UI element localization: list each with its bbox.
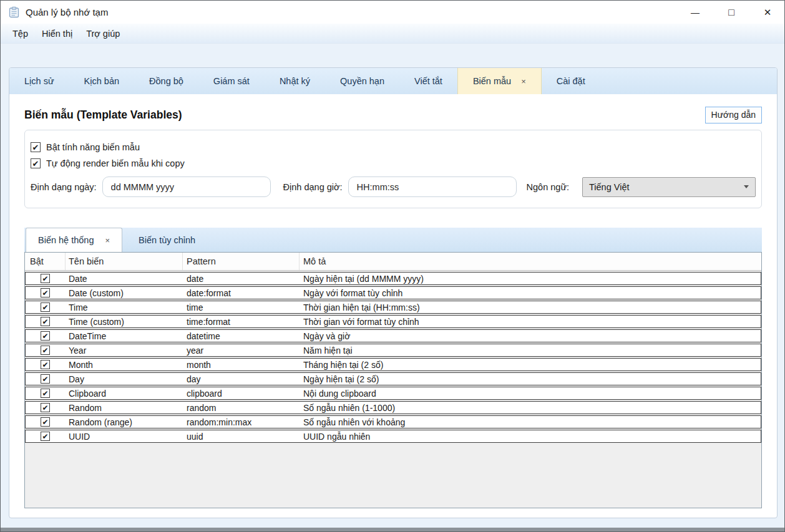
tab-bien-mau-label: Biến mẫu bbox=[473, 76, 511, 86]
variable-name: UUID bbox=[66, 432, 183, 442]
language-label: Ngôn ngữ: bbox=[527, 182, 570, 192]
table-row[interactable]: ✔ Time time Thời gian hiện tại (HH:mm:ss… bbox=[25, 301, 761, 314]
tab-cai-dat[interactable]: Cài đặt bbox=[542, 68, 600, 94]
table-header: Bật Tên biến Pattern Mô tả bbox=[25, 253, 761, 271]
menu-view[interactable]: Hiển thị bbox=[35, 24, 79, 44]
page-title: Biến mẫu (Template Variables) bbox=[24, 109, 182, 122]
table-row[interactable]: ✔ Month month Tháng hiện tại (2 số) bbox=[25, 358, 761, 371]
table-row[interactable]: ✔ Time (custom) time:format Thời gian vớ… bbox=[25, 315, 761, 328]
variable-pattern: day bbox=[183, 374, 300, 384]
tab-close-icon[interactable]: × bbox=[521, 77, 526, 86]
variable-name: Month bbox=[66, 360, 183, 370]
row-enabled-checkbox[interactable]: ✔ bbox=[41, 389, 50, 398]
row-enabled-cell: ✔ bbox=[26, 274, 66, 283]
table-row[interactable]: ✔ Day day Ngày hiện tại (2 số) bbox=[25, 372, 761, 385]
main-tab-strip: Lịch sử Kịch bản Đồng bộ Giám sát Nhật k… bbox=[9, 68, 777, 94]
row-enabled-cell: ✔ bbox=[26, 403, 66, 412]
row-enabled-cell: ✔ bbox=[26, 417, 66, 427]
column-header-description[interactable]: Mô tả bbox=[299, 253, 761, 270]
row-enabled-checkbox[interactable]: ✔ bbox=[41, 317, 50, 326]
variable-pattern: time bbox=[183, 302, 300, 312]
close-button[interactable]: ✕ bbox=[752, 1, 783, 24]
table-row[interactable]: ✔ Date date Ngày hiện tại (dd MMMM yyyy) bbox=[25, 272, 761, 285]
subtab-bien-he-thong-label: Biến hệ thống bbox=[38, 235, 94, 245]
row-enabled-checkbox[interactable]: ✔ bbox=[41, 346, 50, 355]
subtab-bien-tuy-chinh[interactable]: Biến tùy chỉnh bbox=[122, 228, 212, 252]
enable-feature-label: Bật tính năng biến mẫu bbox=[46, 142, 140, 152]
table-row[interactable]: ✔ Clipboard clipboard Nội dung clipboard bbox=[25, 387, 761, 400]
row-enabled-cell: ✔ bbox=[26, 331, 66, 341]
main-panel: Lịch sử Kịch bản Đồng bộ Giám sát Nhật k… bbox=[9, 67, 778, 518]
language-select[interactable]: Tiếng Việt bbox=[582, 177, 756, 197]
menu-bar: Tệp Hiển thị Trợ giúp bbox=[1, 24, 784, 44]
enable-feature-checkbox[interactable]: ✔ bbox=[31, 142, 41, 152]
clipboard-app-icon bbox=[8, 6, 20, 18]
variable-name: Year bbox=[66, 346, 183, 355]
variable-description: Số ngẫu nhiên với khoảng bbox=[300, 417, 761, 427]
window-body: Lịch sử Kịch bản Đồng bộ Giám sát Nhật k… bbox=[1, 44, 784, 528]
variable-name: DateTime bbox=[66, 331, 183, 341]
row-enabled-checkbox[interactable]: ✔ bbox=[41, 360, 50, 369]
column-header-name[interactable]: Tên biến bbox=[65, 253, 182, 270]
row-enabled-checkbox[interactable]: ✔ bbox=[41, 432, 50, 441]
subtab-close-icon[interactable]: × bbox=[105, 236, 110, 245]
tab-nhat-ky[interactable]: Nhật ký bbox=[265, 68, 325, 94]
maximize-button[interactable]: □ bbox=[716, 1, 747, 24]
row-enabled-cell: ✔ bbox=[26, 317, 66, 326]
menu-file[interactable]: Tệp bbox=[6, 24, 35, 44]
column-header-pattern[interactable]: Pattern bbox=[182, 253, 299, 270]
tab-kich-ban[interactable]: Kịch bản bbox=[69, 68, 134, 94]
variable-pattern: time:format bbox=[183, 317, 300, 327]
variable-description: Tháng hiện tại (2 số) bbox=[300, 360, 761, 370]
variable-name: Time bbox=[66, 302, 183, 312]
tab-quyen-han[interactable]: Quyền hạn bbox=[325, 68, 399, 94]
row-enabled-checkbox[interactable]: ✔ bbox=[41, 302, 50, 312]
tab-giam-sat[interactable]: Giám sát bbox=[198, 68, 265, 94]
variable-description: Năm hiện tại bbox=[300, 346, 761, 355]
tab-lich-su[interactable]: Lịch sử bbox=[9, 68, 69, 94]
variable-name: Date (custom) bbox=[66, 288, 183, 298]
table-row[interactable]: ✔ Year year Năm hiện tại bbox=[25, 344, 761, 357]
row-enabled-cell: ✔ bbox=[26, 374, 66, 384]
row-enabled-checkbox[interactable]: ✔ bbox=[41, 331, 50, 341]
variable-pattern: clipboard bbox=[183, 389, 300, 399]
row-enabled-cell: ✔ bbox=[26, 302, 66, 312]
variable-description: Ngày với format tùy chỉnh bbox=[300, 288, 761, 298]
time-format-input[interactable] bbox=[348, 177, 517, 197]
row-enabled-checkbox[interactable]: ✔ bbox=[41, 403, 50, 412]
variable-name: Clipboard bbox=[66, 389, 183, 399]
date-format-input[interactable] bbox=[102, 177, 271, 197]
subtab-bien-he-thong[interactable]: Biến hệ thống × bbox=[26, 228, 122, 252]
tab-content: Biến mẫu (Template Variables) Hướng dẫn … bbox=[9, 94, 777, 518]
variable-pattern: uuid bbox=[183, 432, 300, 442]
tab-viet-tat[interactable]: Viết tắt bbox=[399, 68, 457, 94]
row-enabled-cell: ✔ bbox=[26, 288, 66, 297]
variable-name: Random bbox=[66, 403, 183, 413]
column-header-enabled[interactable]: Bật bbox=[25, 253, 65, 270]
table-row[interactable]: ✔ Random (range) random:min:max Số ngẫu … bbox=[25, 415, 761, 428]
enable-feature-row[interactable]: ✔ Bật tính năng biến mẫu bbox=[31, 142, 756, 152]
table-row[interactable]: ✔ UUID uuid UUID ngẫu nhiên bbox=[25, 430, 761, 443]
window-bottom-edge bbox=[1, 528, 784, 531]
window-controls: — □ ✕ bbox=[680, 1, 784, 24]
row-enabled-checkbox[interactable]: ✔ bbox=[41, 274, 50, 283]
variable-name: Time (custom) bbox=[66, 317, 183, 327]
variable-description: Ngày hiện tại (dd MMMM yyyy) bbox=[300, 274, 761, 284]
row-enabled-checkbox[interactable]: ✔ bbox=[41, 417, 50, 427]
menu-help[interactable]: Trợ giúp bbox=[79, 24, 127, 44]
variable-description: UUID ngẫu nhiên bbox=[300, 432, 761, 442]
row-enabled-checkbox[interactable]: ✔ bbox=[41, 374, 50, 384]
tab-bien-mau[interactable]: Biến mẫu × bbox=[457, 68, 542, 94]
auto-render-row[interactable]: ✔ Tự động render biến mẫu khi copy bbox=[31, 158, 756, 168]
auto-render-label: Tự động render biến mẫu khi copy bbox=[46, 158, 185, 168]
variable-pattern: year bbox=[183, 346, 300, 355]
row-enabled-checkbox[interactable]: ✔ bbox=[41, 288, 50, 297]
minimize-button[interactable]: — bbox=[680, 1, 711, 24]
table-row[interactable]: ✔ Random random Số ngẫu nhiên (1-1000) bbox=[25, 401, 761, 414]
auto-render-checkbox[interactable]: ✔ bbox=[31, 158, 41, 168]
table-row[interactable]: ✔ DateTime datetime Ngày và giờ bbox=[25, 329, 761, 342]
help-button[interactable]: Hướng dẫn bbox=[705, 107, 762, 123]
variable-description: Thời gian hiện tại (HH:mm:ss) bbox=[300, 302, 761, 312]
tab-dong-bo[interactable]: Đồng bộ bbox=[134, 68, 198, 94]
table-row[interactable]: ✔ Date (custom) date:format Ngày với for… bbox=[25, 286, 761, 299]
